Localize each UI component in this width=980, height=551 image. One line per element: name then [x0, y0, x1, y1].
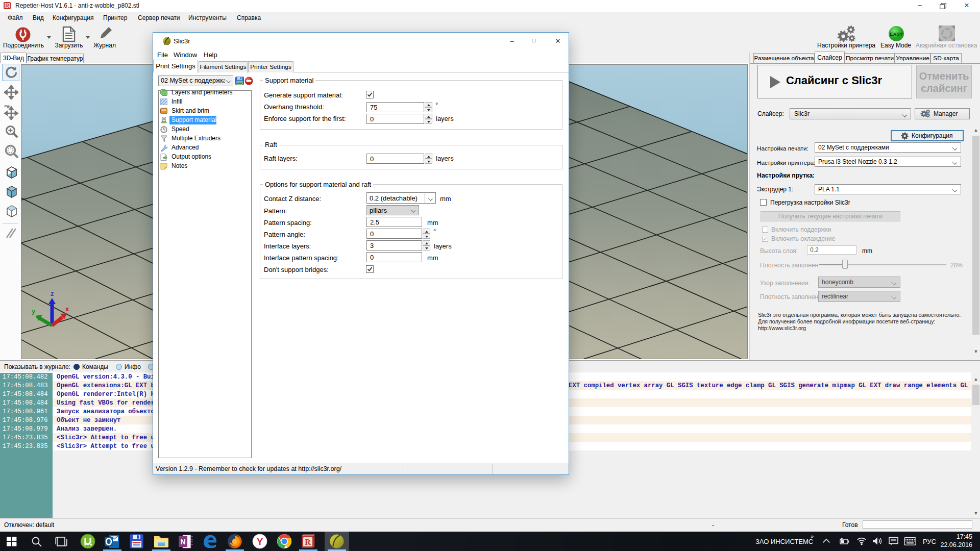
svg-text:z: z: [51, 290, 54, 297]
svg-text:y: y: [32, 307, 36, 315]
svg-text:Y: Y: [257, 536, 263, 547]
svg-text:x: x: [65, 305, 69, 313]
svg-text:R: R: [5, 3, 9, 9]
svg-text:R: R: [305, 538, 311, 546]
svg-text:N: N: [180, 538, 185, 546]
svg-text:EASY: EASY: [890, 31, 903, 37]
